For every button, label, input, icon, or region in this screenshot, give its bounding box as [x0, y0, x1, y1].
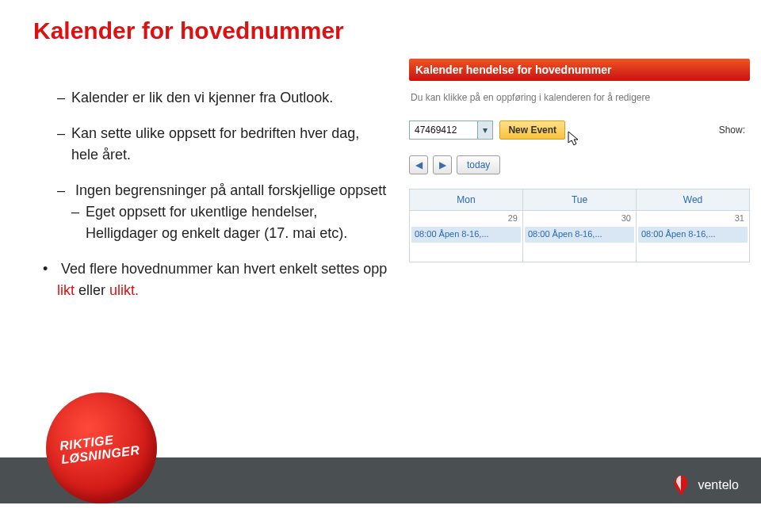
bullet-2: Kan sette ulike oppsett for bedriften hv…: [57, 123, 390, 166]
cell-tue[interactable]: 30 08:00 Åpen 8-16,...: [523, 211, 637, 262]
number-select-value: 47469412: [410, 124, 477, 136]
daynum-wed: 31: [637, 211, 749, 225]
panel-subtext: Du kan klikke på en oppføring i kalender…: [411, 92, 750, 103]
col-tue: Tue: [523, 189, 637, 211]
panel-header: Kalender hendelse for hovednummer: [409, 59, 750, 81]
ventelo-logo: ventelo: [669, 473, 739, 497]
bullet-3-text: Ingen begrensninger på antall forskjelli…: [75, 182, 386, 198]
new-event-button[interactable]: New Event: [499, 121, 565, 140]
badge: RIKTIGE LØSNINGER: [46, 392, 157, 503]
prev-button[interactable]: ◀: [409, 155, 428, 174]
logo-mark-icon: [669, 473, 693, 497]
bullet-4-pre: Ved flere hovednummer kan hvert enkelt s…: [61, 261, 387, 277]
daynum-tue: 30: [523, 211, 636, 225]
col-mon: Mon: [410, 189, 523, 211]
bullet-4-likt: likt: [57, 282, 75, 298]
today-button[interactable]: today: [457, 155, 500, 174]
event-wed[interactable]: 08:00 Åpen 8-16,...: [638, 227, 748, 243]
bullet-4-ulikt: ulikt.: [109, 282, 139, 298]
cell-mon[interactable]: 29 08:00 Åpen 8-16,...: [410, 211, 523, 262]
calendar-grid: Mon Tue Wed 29 08:00 Åpen 8-16,... 30 08…: [409, 189, 750, 262]
next-button[interactable]: ▶: [433, 155, 452, 174]
bullet-3: Ingen begrensninger på antall forskjelli…: [57, 180, 390, 244]
chevron-down-icon[interactable]: ▾: [477, 121, 492, 139]
calendar-nav: ◀ ▶ today: [409, 155, 750, 174]
bullet-1: Kalender er lik den vi kjenner fra Outlo…: [57, 87, 390, 109]
bullet-list: Kalender er lik den vi kjenner fra Outlo…: [57, 87, 390, 316]
event-mon[interactable]: 08:00 Åpen 8-16,...: [411, 227, 521, 243]
event-tue[interactable]: 08:00 Åpen 8-16,...: [525, 227, 634, 243]
logo-text: ventelo: [698, 478, 739, 492]
show-label: Show:: [719, 124, 750, 136]
panel-controls: 47469412 ▾ New Event Show:: [409, 121, 750, 140]
calendar-panel: Kalender hendelse for hovednummer Du kan…: [409, 59, 750, 262]
badge-text: RIKTIGE LØSNINGER: [59, 431, 140, 466]
daynum-mon: 29: [410, 211, 522, 225]
col-wed: Wed: [637, 189, 750, 211]
bullet-3a: Eget oppsett for ukentlige hendelser, He…: [71, 201, 390, 244]
bullet-4: Ved flere hovednummer kan hvert enkelt s…: [43, 258, 390, 301]
page-title: Kalender for hovednummer: [33, 17, 344, 44]
number-select[interactable]: 47469412 ▾: [409, 121, 493, 140]
bullet-4-mid: eller: [75, 282, 109, 298]
cursor-icon: [567, 131, 581, 145]
cell-wed[interactable]: 31 08:00 Åpen 8-16,...: [637, 211, 750, 262]
